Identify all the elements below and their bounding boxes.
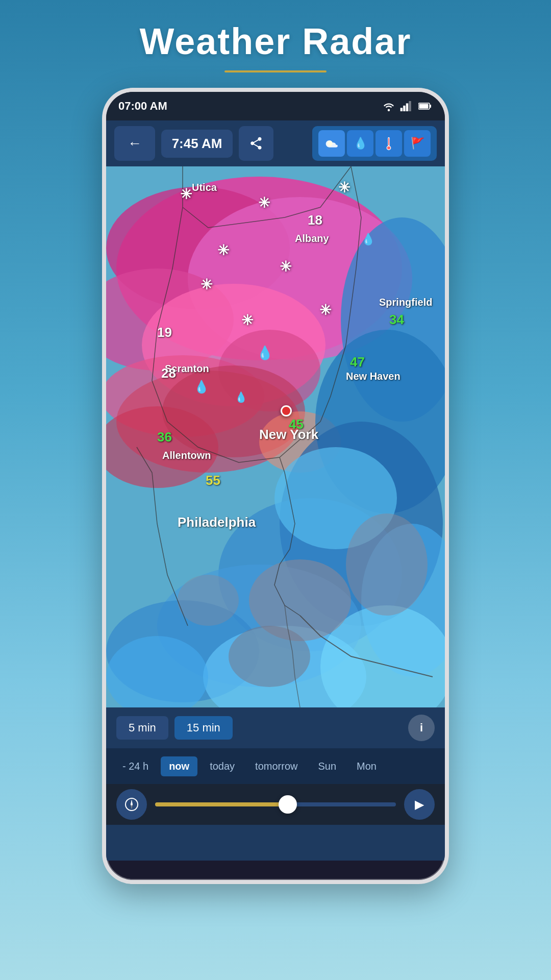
location-pin — [281, 405, 292, 416]
battery-icon — [418, 101, 433, 111]
temp-icon-btn[interactable] — [375, 130, 402, 157]
share-button[interactable] — [239, 126, 273, 161]
svg-point-37 — [229, 626, 310, 687]
nav-24h[interactable]: - 24 h — [114, 756, 157, 776]
svg-point-43 — [131, 803, 133, 805]
status-bar: 07:00 AM — [106, 92, 445, 120]
play-button[interactable]: ▶ — [404, 789, 435, 820]
weather-icon-btn[interactable] — [318, 130, 345, 157]
svg-point-12 — [387, 146, 390, 150]
raindrop-1: 💧 — [257, 345, 273, 361]
rain-icon-btn[interactable]: 💧 — [347, 130, 373, 157]
svg-rect-1 — [400, 108, 403, 111]
page-title: Weather Radar — [0, 20, 551, 62]
snow-2: ✳ — [258, 194, 270, 211]
info-button[interactable]: i — [408, 715, 435, 741]
temp-45: 45 — [289, 416, 304, 432]
toolbar-icon-group: 💧 🚩 — [312, 126, 437, 161]
raindrop-2: 💧 — [194, 380, 209, 394]
status-time: 07:00 AM — [118, 100, 167, 113]
time-slider[interactable] — [155, 802, 396, 806]
bottom-controls: 5 min 15 min i - 24 h now today tomorrow… — [106, 707, 445, 861]
snow-3: ✳ — [338, 179, 350, 196]
phone-frame: 07:00 AM ← 7:45 AM — [102, 88, 449, 884]
snow-4: ✳ — [280, 258, 291, 275]
temp-47: 47 — [350, 354, 365, 370]
svg-point-38 — [346, 513, 428, 616]
snow-8: ✳ — [217, 242, 229, 259]
svg-rect-6 — [419, 104, 429, 109]
interval-15min[interactable]: 15 min — [174, 716, 233, 740]
time-nav-row: - 24 h now today tomorrow Sun Mon — [106, 748, 445, 784]
raindrop-3: 💧 — [361, 233, 375, 246]
temp-55: 55 — [206, 473, 220, 488]
raindrop-4: 💧 — [235, 391, 247, 403]
svg-rect-7 — [430, 105, 431, 108]
wifi-icon — [382, 101, 396, 111]
slider-row: ▶ — [106, 784, 445, 825]
temp-18: 18 — [308, 212, 322, 228]
nav-mon[interactable]: Mon — [348, 756, 385, 776]
nav-now[interactable]: now — [161, 756, 197, 776]
page-header: Weather Radar — [0, 0, 551, 83]
svg-point-39 — [178, 575, 239, 626]
interval-row: 5 min 15 min i — [106, 707, 445, 748]
compass-button[interactable] — [116, 789, 147, 820]
nav-tomorrow[interactable]: tomorrow — [247, 756, 306, 776]
wind-icon-btn[interactable]: 🚩 — [404, 130, 431, 157]
temp-19: 19 — [157, 325, 172, 340]
svg-rect-2 — [403, 106, 405, 111]
snow-7: ✳ — [319, 302, 331, 318]
svg-rect-3 — [406, 103, 408, 111]
back-button[interactable]: ← — [114, 126, 155, 161]
temp-28: 28 — [161, 365, 176, 381]
temp-36: 36 — [157, 429, 172, 445]
app-toolbar: ← 7:45 AM 💧 — [106, 120, 445, 166]
header-underline — [224, 70, 327, 72]
nav-today[interactable]: today — [202, 756, 243, 776]
radar-map-area[interactable]: Utica Albany Springfield Scranton New Ha… — [106, 166, 445, 707]
snow-6: ✳ — [241, 312, 253, 329]
status-icons — [382, 101, 433, 111]
signal-icon — [400, 101, 414, 111]
temp-34: 34 — [389, 312, 404, 328]
snow-5: ✳ — [201, 276, 212, 293]
slider-thumb[interactable] — [279, 795, 297, 814]
svg-rect-11 — [388, 138, 389, 145]
toolbar-time: 7:45 AM — [161, 130, 233, 158]
nav-sun[interactable]: Sun — [310, 756, 344, 776]
interval-5min[interactable]: 5 min — [116, 716, 168, 740]
slider-fill — [155, 802, 288, 806]
snow-1: ✳ — [180, 186, 192, 203]
svg-point-0 — [388, 109, 390, 111]
svg-rect-4 — [409, 101, 411, 111]
